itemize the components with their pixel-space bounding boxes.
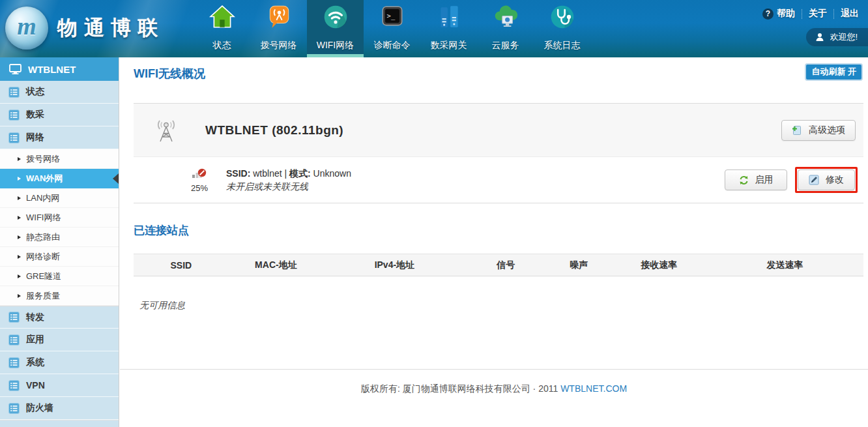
wifi-network-title: WTBLNET (802.11bgn) — [205, 123, 343, 138]
sidebar-item-data-collect[interactable]: 数采 — [0, 104, 119, 126]
sidebar-item-wifi[interactable]: WIFI网络 — [0, 208, 119, 228]
refresh-icon — [739, 175, 749, 185]
sidebar-item-system[interactable]: 系统 — [0, 351, 119, 374]
svg-text:>_: >_ — [386, 12, 395, 20]
sidebar-item-network[interactable]: 网络 — [0, 126, 119, 149]
list-icon — [8, 380, 20, 391]
header-links: ? 帮助 关于 退出 — [762, 8, 859, 20]
list-icon — [8, 334, 20, 346]
welcome-badge[interactable]: 欢迎您! — [806, 28, 868, 46]
copyright-text: 版权所有: 厦门物通博联网络科技有限公司 · 2011 — [361, 383, 558, 394]
main-nav: 状态 拨号网络 WIFI网络 — [194, 0, 590, 57]
sidebar-item-application[interactable]: 应用 — [0, 329, 119, 351]
column-header-tx-rate: 发送速率 — [706, 254, 863, 276]
home-icon — [209, 3, 236, 31]
list-icon — [8, 312, 20, 323]
enable-button[interactable]: 启用 — [725, 169, 787, 190]
help-link[interactable]: 帮助 — [777, 8, 795, 20]
divider — [802, 9, 802, 19]
caret-right-icon — [18, 216, 21, 220]
column-header-ipv4: IPv4-地址 — [323, 254, 465, 276]
user-icon — [815, 33, 824, 42]
wifi-panel-header: WTBLNET (802.11bgn) 高级选项 — [134, 104, 863, 157]
caret-right-icon — [18, 294, 21, 298]
auto-refresh-toggle[interactable]: 自动刷新 开 — [805, 63, 863, 81]
logo-glyph: m — [17, 12, 36, 40]
column-header-rx-rate: 接收速率 — [612, 254, 707, 276]
ssid-value: wtblnet — [253, 168, 282, 179]
top-header: m 物通博联 状态 拨号网络 — [0, 0, 868, 57]
sidebar-item-partial — [0, 420, 119, 427]
nav-tab-wifi-network[interactable]: WIFI网络 — [307, 0, 364, 57]
sidebar-item-status[interactable]: 状态 — [0, 81, 119, 104]
list-icon — [8, 132, 20, 143]
signal-block: 25% — [184, 167, 215, 193]
signal-percent: 25% — [184, 183, 215, 193]
sidebar-item-gre-tunnel[interactable]: GRE隧道 — [0, 267, 119, 286]
edit-icon — [809, 175, 819, 185]
column-header-ssid: SSID — [134, 254, 229, 276]
nav-tab-diagnostic-command[interactable]: >_ 诊断命令 — [364, 0, 420, 57]
caret-right-icon — [18, 235, 21, 239]
device-name: WTBLNET — [28, 64, 76, 75]
sidebar-item-dial-network[interactable]: 拨号网络 — [0, 149, 119, 169]
list-icon — [8, 87, 20, 98]
cloud-service-icon — [492, 3, 519, 31]
sidebar-item-firewall[interactable]: 防火墙 — [0, 397, 119, 420]
sidebar-item-wan[interactable]: WAN外网 — [0, 169, 119, 188]
wifi-icon — [322, 3, 349, 31]
nav-tab-cloud-service[interactable]: 云服务 — [477, 0, 534, 57]
page-title: WIFI无线概况 — [134, 66, 868, 81]
caret-right-icon — [18, 157, 21, 161]
sidebar-item-forwarding[interactable]: 转发 — [0, 306, 119, 329]
caret-right-icon — [18, 196, 21, 200]
help-icon: ? — [762, 8, 774, 20]
nav-tab-dial-network[interactable]: 拨号网络 — [250, 0, 307, 57]
wifi-status-row: 25% SSID: wtblnet | 模式: Unknown 未开启或未关联无… — [134, 157, 863, 203]
signal-disabled-icon — [192, 167, 207, 179]
caret-right-icon — [18, 274, 21, 278]
brand-name: 物通博联 — [57, 14, 164, 42]
sidebar-item-static-route[interactable]: 静态路由 — [0, 228, 119, 247]
gateway-icon — [435, 3, 463, 31]
caret-right-icon — [18, 177, 21, 181]
connected-stations-title: 已连接站点 — [134, 223, 868, 238]
list-icon — [8, 357, 20, 368]
ssid-line: SSID: wtblnet | 模式: Unknown — [226, 167, 351, 180]
list-icon — [8, 110, 20, 121]
sidebar-item-lan[interactable]: LAN内网 — [0, 188, 119, 208]
connected-stations-table: SSID MAC-地址 IPv4-地址 信号 噪声 接收速率 发送速率 — [134, 254, 863, 276]
table-header-row: SSID MAC-地址 IPv4-地址 信号 噪声 接收速率 发送速率 — [134, 254, 863, 276]
wifi-info: SSID: wtblnet | 模式: Unknown 未开启或未关联无线 — [226, 167, 351, 193]
divider — [833, 9, 834, 19]
sidebar-item-net-diagnostic[interactable]: 网络诊断 — [0, 247, 119, 267]
nav-tab-data-gateway[interactable]: 数采网关 — [420, 0, 477, 57]
about-link[interactable]: 关于 — [809, 8, 827, 20]
wifi-action-buttons: 启用 修改 — [725, 167, 858, 193]
wifi-overview-panel: WTBLNET (802.11bgn) 高级选项 25% — [134, 103, 863, 203]
dial-network-icon — [265, 3, 293, 31]
logout-link[interactable]: 退出 — [841, 8, 859, 20]
sidebar-item-vpn[interactable]: VPN — [0, 374, 119, 397]
monitor-icon — [9, 64, 22, 74]
nav-tab-system-log[interactable]: 系统日志 — [534, 0, 590, 57]
globe-logo-icon: m — [5, 7, 48, 50]
main-content: WIFI无线概况 自动刷新 开 WTBLNET (802.11bgn) 高级选项 — [120, 57, 868, 427]
footer-link[interactable]: WTBLNET.COM — [560, 383, 627, 394]
mode-value: Unknown — [313, 168, 351, 179]
syslog-icon — [549, 3, 576, 31]
column-header-mac: MAC-地址 — [229, 254, 324, 276]
sidebar-device-header: WTBLNET — [0, 57, 119, 81]
modify-button[interactable]: 修改 — [798, 169, 855, 190]
list-icon — [8, 403, 20, 414]
sidebar: WTBLNET 状态 数采 网络 拨号网络 WAN外网 LAN内网 WIFI网络… — [0, 57, 119, 427]
no-data-message: 无可用信息 — [139, 300, 868, 312]
nav-tab-status[interactable]: 状态 — [194, 0, 250, 57]
brand-logo: m 物通博联 — [5, 7, 164, 50]
advanced-options-button[interactable]: 高级选项 — [781, 120, 856, 141]
advanced-options-icon — [792, 125, 802, 136]
welcome-text: 欢迎您! — [830, 31, 858, 43]
column-header-noise: 噪声 — [546, 254, 612, 276]
sidebar-item-qos[interactable]: 服务质量 — [0, 286, 119, 306]
terminal-icon: >_ — [379, 3, 406, 31]
